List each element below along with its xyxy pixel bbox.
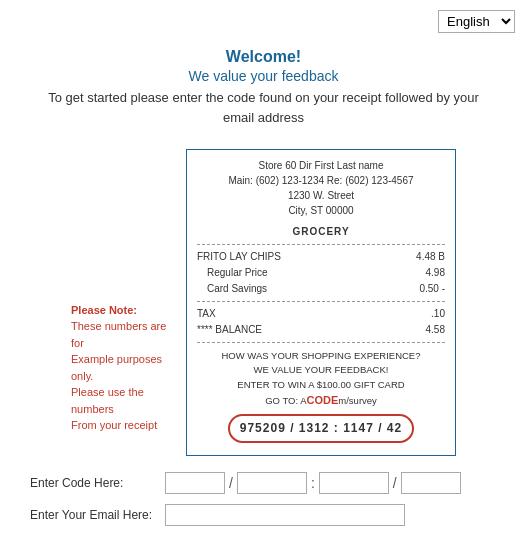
item-row: FRITO LAY CHIPS 4.48 B bbox=[197, 249, 445, 265]
email-label: Enter Your Email Here: bbox=[30, 508, 165, 522]
reg-price-val: 4.98 bbox=[426, 265, 445, 281]
email-form-row: Enter Your Email Here: bbox=[30, 504, 497, 526]
separator-2: : bbox=[309, 475, 317, 491]
code-label: Enter Code Here: bbox=[30, 476, 165, 490]
survey-numbers: 975209 / 1312 : 1147 / 42 bbox=[228, 414, 414, 443]
feedback-line4: GO TO: ACODEm/survey bbox=[197, 392, 445, 409]
feedback-line1: HOW WAS YOUR SHOPPING EXPERIENCE? bbox=[197, 349, 445, 363]
code-input-4[interactable] bbox=[401, 472, 461, 494]
receipt-note: Please Note: These numbers are for Examp… bbox=[71, 149, 186, 456]
receipt-box: Store 60 Dir First Last name Main: (602)… bbox=[186, 149, 456, 456]
feedback-line4-post: m/survey bbox=[338, 395, 377, 406]
code-input-3[interactable] bbox=[319, 472, 389, 494]
code-input-1[interactable] bbox=[165, 472, 225, 494]
divider-2 bbox=[197, 301, 445, 302]
code-inputs: / : / bbox=[165, 472, 461, 494]
tax-val: .10 bbox=[431, 306, 445, 322]
divider-1 bbox=[197, 244, 445, 245]
code-form-row: Enter Code Here: / : / bbox=[30, 472, 497, 494]
store-line4: City, ST 00000 bbox=[197, 203, 445, 218]
divider-3 bbox=[197, 342, 445, 343]
language-select[interactable]: English Spanish French bbox=[438, 10, 515, 33]
note-line4: From your receipt bbox=[71, 417, 180, 434]
feedback-line4-pre: GO TO: A bbox=[265, 395, 306, 406]
feedback-line2: WE VALUE YOUR FEEDBACK! bbox=[197, 363, 445, 377]
balance-label: **** BALANCE bbox=[197, 322, 262, 338]
note-line3: Please use the numbers bbox=[71, 384, 180, 417]
form-section: Enter Code Here: / : / Enter Your Email … bbox=[0, 456, 527, 541]
note-line2: Example purposes only. bbox=[71, 351, 180, 384]
welcome-subtitle: We value your feedback bbox=[0, 68, 527, 84]
welcome-title: Welcome! bbox=[0, 48, 527, 66]
balance-row: **** BALANCE 4.58 bbox=[197, 322, 445, 338]
grocery-title: GROCERY bbox=[197, 224, 445, 240]
code-word: CODE bbox=[307, 394, 339, 406]
balance-val: 4.58 bbox=[426, 322, 445, 338]
note-heading: Please Note: bbox=[71, 304, 180, 316]
separator-3: / bbox=[391, 475, 399, 491]
card-savings-row: Card Savings 0.50 - bbox=[197, 281, 445, 297]
card-savings-label: Card Savings bbox=[207, 281, 267, 297]
note-line1: These numbers are for bbox=[71, 318, 180, 351]
tax-row: TAX .10 bbox=[197, 306, 445, 322]
store-line3: 1230 W. Street bbox=[197, 188, 445, 203]
item-name: FRITO LAY CHIPS bbox=[197, 249, 281, 265]
store-line2: Main: (602) 123-1234 Re: (602) 123-4567 bbox=[197, 173, 445, 188]
store-line1: Store 60 Dir First Last name bbox=[197, 158, 445, 173]
reg-price-label: Regular Price bbox=[207, 265, 268, 281]
welcome-instructions: To get started please enter the code fou… bbox=[39, 88, 489, 127]
item-price: 4.48 B bbox=[416, 249, 445, 265]
feedback-line3: ENTER TO WIN A $100.00 GIFT CARD bbox=[197, 378, 445, 392]
reg-price-row: Regular Price 4.98 bbox=[197, 265, 445, 281]
email-input[interactable] bbox=[165, 504, 405, 526]
store-info: Store 60 Dir First Last name Main: (602)… bbox=[197, 158, 445, 218]
receipt-container: Please Note: These numbers are for Examp… bbox=[0, 149, 527, 456]
tax-label: TAX bbox=[197, 306, 216, 322]
card-savings-val: 0.50 - bbox=[419, 281, 445, 297]
separator-1: / bbox=[227, 475, 235, 491]
code-input-2[interactable] bbox=[237, 472, 307, 494]
feedback-text: HOW WAS YOUR SHOPPING EXPERIENCE? WE VAL… bbox=[197, 349, 445, 408]
note-list: These numbers are for Example purposes o… bbox=[71, 318, 180, 434]
language-selector-wrap: English Spanish French bbox=[438, 10, 515, 33]
